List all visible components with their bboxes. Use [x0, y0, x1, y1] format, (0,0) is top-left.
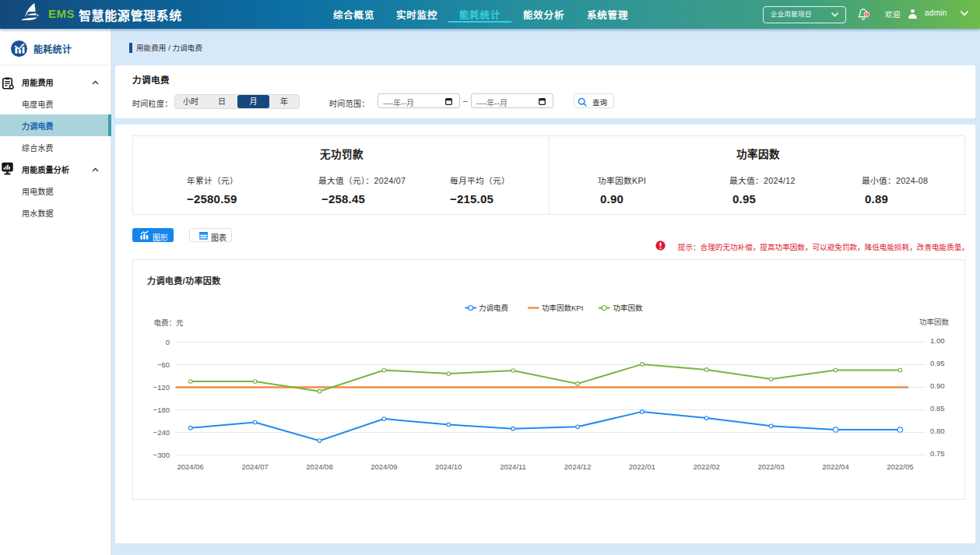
svg-text:功率因数: 功率因数: [919, 318, 950, 326]
svg-text:2024/10: 2024/10: [435, 462, 462, 471]
svg-text:0.75: 0.75: [930, 449, 945, 458]
svg-text:−180: −180: [153, 406, 170, 414]
svg-text:0.95: 0.95: [930, 359, 945, 367]
svg-text:2024/11: 2024/11: [500, 462, 526, 471]
svg-text:1.00: 1.00: [930, 336, 945, 345]
svg-text:2024/07: 2024/07: [241, 462, 268, 471]
svg-text:−300: −300: [153, 451, 170, 459]
svg-text:力调电费: 力调电费: [479, 304, 508, 312]
svg-text:力调电费/功率因数: 力调电费/功率因数: [147, 276, 221, 286]
svg-text:0.85: 0.85: [930, 404, 945, 413]
svg-text:0: 0: [166, 338, 170, 346]
svg-text:2022/04: 2022/04: [822, 462, 848, 471]
svg-text:电费：元: 电费：元: [154, 318, 184, 327]
svg-text:2: 2: [866, 12, 868, 16]
svg-text:0.80: 0.80: [930, 427, 945, 435]
svg-text:2024/08: 2024/08: [306, 462, 332, 471]
svg-text:2022/02: 2022/02: [694, 462, 720, 471]
svg-text:2022/03: 2022/03: [757, 462, 784, 471]
svg-text:功率因数KPI: 功率因数KPI: [542, 304, 583, 312]
svg-text:2022/05: 2022/05: [887, 462, 913, 471]
svg-text:2024/12: 2024/12: [564, 462, 591, 471]
svg-text:0.90: 0.90: [930, 381, 945, 390]
svg-text:−60: −60: [157, 360, 170, 369]
svg-text:2022/01: 2022/01: [629, 462, 655, 471]
svg-text:−240: −240: [153, 428, 170, 437]
svg-text:2024/06: 2024/06: [177, 462, 204, 471]
svg-text:功率因数: 功率因数: [613, 304, 644, 312]
svg-text:2024/09: 2024/09: [371, 462, 397, 471]
svg-text:−120: −120: [153, 383, 170, 392]
